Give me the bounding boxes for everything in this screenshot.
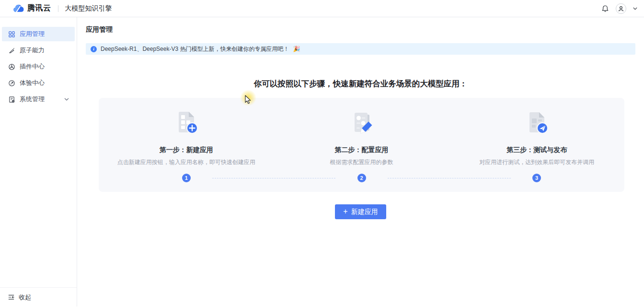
info-icon: i	[91, 46, 97, 52]
sidebar-item-experience-center[interactable]: 体验中心	[2, 76, 75, 90]
sidebar-item-app-management[interactable]: 应用管理	[2, 27, 75, 41]
sidebar-item-atomic-capability[interactable]: 原子能力	[2, 43, 75, 58]
header-divider	[58, 5, 58, 12]
top-header: 腾讯云 大模型知识引擎	[0, 0, 644, 17]
compass-icon	[8, 80, 15, 87]
step-title: 第三步：测试与发布	[449, 146, 624, 154]
step-description: 根据需求配置应用的参数	[274, 158, 449, 166]
step-number-badge: 2	[357, 174, 366, 182]
pen-icon	[8, 47, 15, 54]
step-connector-2-3	[388, 178, 511, 178]
party-popper-icon: 🎉	[293, 46, 300, 52]
sidebar-item-label: 插件中心	[20, 62, 45, 71]
sidebar-item-label: 体验中心	[20, 79, 45, 87]
product-title: 大模型知识引擎	[65, 4, 112, 13]
tencent-cloud-logo-icon	[12, 4, 24, 13]
collapse-icon	[8, 294, 15, 301]
collapse-label: 收起	[19, 293, 31, 302]
steps-heading: 你可以按照以下步骤，快速新建符合业务场景的大模型应用：	[77, 79, 644, 89]
sidebar: 应用管理 原子能力 插件中心	[0, 17, 77, 307]
sidebar-item-system-management[interactable]: 系统管理	[2, 92, 75, 106]
tencent-cloud-brand[interactable]: 腾讯云	[12, 3, 51, 13]
plus-icon: +	[343, 208, 347, 215]
document-plus-icon	[173, 109, 200, 136]
sidebar-item-plugin-center[interactable]: 插件中心	[2, 59, 75, 74]
create-app-button-label: 新建应用	[351, 208, 378, 216]
header-actions	[601, 3, 637, 14]
main-content: 应用管理 i DeepSeek-R1、DeepSeek-V3 热门模型上新，快来…	[77, 17, 644, 307]
document-send-icon	[523, 109, 550, 136]
steps-panel: 第一步：新建应用 点击新建应用按钮，输入应用名称，即可快速创建应用 1	[99, 98, 624, 192]
sidebar-item-label: 应用管理	[20, 30, 45, 38]
sidebar-nav: 应用管理 原子能力 插件中心	[0, 17, 77, 106]
banner-text: DeepSeek-R1、DeepSeek-V3 热门模型上新，快来创建你的专属应…	[101, 45, 289, 53]
notification-bell-icon[interactable]	[601, 5, 609, 12]
step-title: 第一步：新建应用	[99, 146, 274, 154]
step-title: 第二步：配置应用	[274, 146, 449, 154]
chevron-down-icon	[64, 98, 69, 101]
grid-icon	[8, 31, 15, 38]
step-connector-1-2	[212, 178, 336, 178]
system-doc-gear-icon	[8, 96, 15, 103]
sidebar-item-label: 系统管理	[20, 95, 45, 104]
step-number-badge: 1	[182, 174, 191, 182]
create-app-button[interactable]: + 新建应用	[335, 204, 386, 219]
card-edit-icon	[348, 109, 375, 136]
sidebar-item-label: 原子能力	[20, 46, 45, 55]
sidebar-collapse-button[interactable]: 收起	[0, 287, 77, 307]
step-description: 对应用进行测试，达到效果后即可发布并调用	[449, 158, 624, 166]
page-title: 应用管理	[86, 25, 635, 34]
step-description: 点击新建应用按钮，输入应用名称，即可快速创建应用	[99, 158, 274, 166]
step-number-badge: 3	[532, 174, 541, 182]
brand-name: 腾讯云	[27, 3, 51, 13]
account-chevron-down-icon[interactable]	[633, 7, 637, 10]
info-banner: i DeepSeek-R1、DeepSeek-V3 热门模型上新，快来创建你的专…	[86, 43, 635, 55]
plugin-icon	[8, 63, 15, 71]
user-avatar[interactable]	[616, 3, 626, 14]
